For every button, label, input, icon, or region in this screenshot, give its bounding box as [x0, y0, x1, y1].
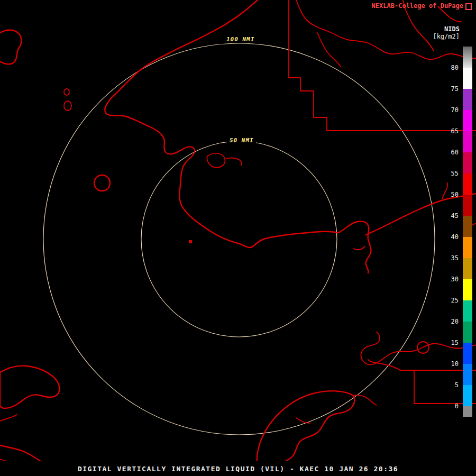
colorbar-label-0: 0 — [445, 402, 459, 424]
colorbar-segment-10-15 — [463, 343, 472, 364]
colorbar-cap-gradient — [463, 47, 472, 68]
coastline-bay — [207, 153, 225, 168]
colorbar-segment-45-50 — [463, 195, 472, 216]
colorbar-label-75: 75 — [445, 85, 459, 106]
colorbar-label-80: 80 — [445, 64, 459, 85]
colorbar-label-35: 35 — [445, 254, 459, 276]
coastline-east — [366, 194, 476, 235]
range-ring-label-50nmi: 50 NMI — [227, 137, 256, 144]
coastline-hook — [338, 221, 371, 273]
colorbar-label-60: 60 — [445, 149, 459, 170]
island-bottomleft — [0, 366, 59, 408]
colorbar-segment-75-80 — [463, 68, 472, 89]
colorbar-label-45: 45 — [445, 212, 459, 233]
colorbar-segment-15-20 — [463, 322, 472, 343]
coastline-hook-inner — [353, 246, 365, 250]
range-ring-100nmi — [43, 43, 435, 435]
colorbar-segment-5-10 — [463, 364, 472, 385]
geography-lines — [0, 0, 476, 476]
colorbar-segment-20-25 — [463, 300, 472, 322]
colorbar-segment-25-30 — [463, 279, 472, 300]
nexlab-brand-text: NEXLAB-College of DuPage — [372, 2, 463, 10]
small-circle-left-1 — [64, 89, 69, 95]
colorbar-segment-35-40 — [463, 237, 472, 258]
colorbar-segment-0-5 — [463, 385, 472, 406]
product-caption: DIGITAL VERTICALLY INTEGRATED LIQUID (VI… — [0, 465, 476, 473]
river-bottomright-1 — [361, 332, 476, 365]
colorbar-units: [kg/m2] — [433, 33, 460, 40]
footer-band: DIGITAL VERTICALLY INTEGRATED LIQUID (VI… — [0, 461, 476, 476]
colorbar-segment-30-35 — [463, 258, 472, 279]
small-dot-center — [189, 240, 192, 243]
small-circle-left-2 — [64, 101, 71, 111]
colorbar-label-55: 55 — [445, 170, 459, 191]
radar-map — [0, 0, 476, 476]
colorbar-segment-50-55 — [463, 173, 472, 195]
colorbar-label-20: 20 — [445, 318, 459, 339]
colorbar-labels: 80757065605550454035302520151050 — [445, 64, 459, 424]
colorbar-label-40: 40 — [445, 233, 459, 254]
colorbar-label-5: 5 — [445, 381, 459, 402]
radar-display: { "header": { "brand": "NEXLAB-College o… — [0, 0, 476, 476]
colorbar-below-zero — [463, 406, 472, 417]
coastline-bay-spur — [226, 158, 242, 165]
colorbar-label-65: 65 — [445, 127, 459, 149]
coastline-main — [105, 0, 337, 248]
small-circle-left-3 — [94, 175, 110, 191]
colorbar-label-15: 15 — [445, 339, 459, 360]
colorbar-title: NIDS — [444, 25, 460, 33]
river-bottomright-2 — [368, 360, 400, 370]
colorbar-label-10: 10 — [445, 360, 459, 381]
colorbar-label-50: 50 — [445, 191, 459, 212]
colorbar-segment-70-75 — [463, 89, 472, 110]
colorbar-label-25: 25 — [445, 297, 459, 318]
lake-spur — [353, 395, 377, 405]
colorbar-label-70: 70 — [445, 106, 459, 127]
shore-bottomleft-1 — [0, 415, 17, 421]
colorbar-segment-60-65 — [463, 131, 472, 152]
colorbar-segment-55-60 — [463, 152, 472, 173]
colorbar — [463, 47, 472, 417]
range-ring-50nmi — [141, 141, 337, 337]
island-topleft — [0, 30, 21, 65]
nexlab-logo-icon — [465, 3, 472, 10]
colorbar-segment-65-70 — [463, 110, 472, 131]
colorbar-label-30: 30 — [445, 276, 459, 297]
colorbar-segments — [463, 68, 472, 406]
range-ring-label-100nmi: 100 NMI — [224, 36, 257, 43]
colorbar-segment-40-45 — [463, 216, 472, 237]
